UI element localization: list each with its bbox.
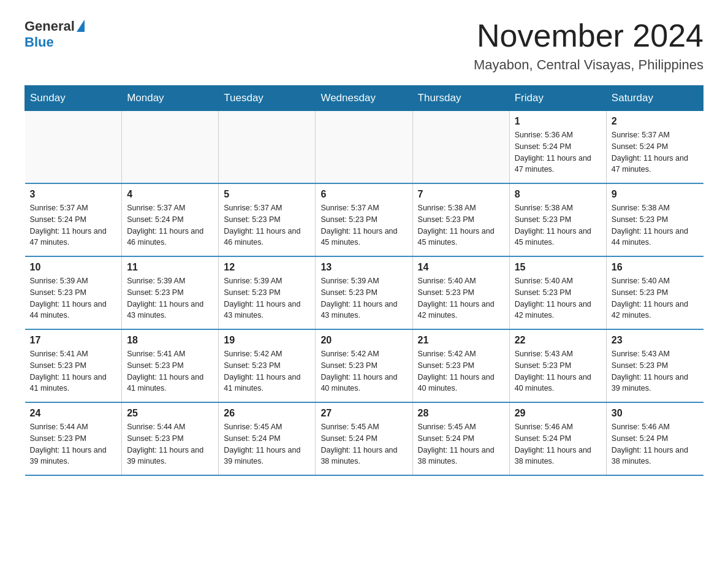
day-number: 7 xyxy=(418,189,504,200)
month-title: November 2024 xyxy=(474,18,703,53)
calendar-cell: 28Sunrise: 5:45 AMSunset: 5:24 PMDayligh… xyxy=(412,402,509,475)
day-info: Sunrise: 5:44 AMSunset: 5:23 PMDaylight:… xyxy=(30,421,117,467)
calendar-cell: 27Sunrise: 5:45 AMSunset: 5:24 PMDayligh… xyxy=(316,402,412,475)
day-info: Sunrise: 5:38 AMSunset: 5:23 PMDaylight:… xyxy=(418,202,504,248)
day-info: Sunrise: 5:37 AMSunset: 5:24 PMDaylight:… xyxy=(127,202,213,248)
calendar-week-row: 1Sunrise: 5:36 AMSunset: 5:24 PMDaylight… xyxy=(25,111,703,184)
day-info: Sunrise: 5:37 AMSunset: 5:24 PMDaylight:… xyxy=(30,202,117,248)
day-info: Sunrise: 5:45 AMSunset: 5:24 PMDaylight:… xyxy=(320,421,407,467)
day-number: 8 xyxy=(515,189,601,200)
day-info: Sunrise: 5:42 AMSunset: 5:23 PMDaylight:… xyxy=(224,348,310,394)
day-number: 21 xyxy=(418,335,504,346)
calendar-cell: 20Sunrise: 5:42 AMSunset: 5:23 PMDayligh… xyxy=(316,329,412,402)
logo-general-text: General xyxy=(25,18,75,34)
day-info: Sunrise: 5:46 AMSunset: 5:24 PMDaylight:… xyxy=(515,421,601,467)
day-info: Sunrise: 5:45 AMSunset: 5:24 PMDaylight:… xyxy=(224,421,310,467)
day-info: Sunrise: 5:36 AMSunset: 5:24 PMDaylight:… xyxy=(515,129,601,175)
calendar-cell: 2Sunrise: 5:37 AMSunset: 5:24 PMDaylight… xyxy=(606,111,703,184)
calendar-cell: 24Sunrise: 5:44 AMSunset: 5:23 PMDayligh… xyxy=(25,402,122,475)
day-info: Sunrise: 5:38 AMSunset: 5:23 PMDaylight:… xyxy=(515,202,601,248)
weekday-header-row: SundayMondayTuesdayWednesdayThursdayFrid… xyxy=(25,86,703,111)
day-number: 1 xyxy=(515,116,601,127)
calendar-cell: 5Sunrise: 5:37 AMSunset: 5:23 PMDaylight… xyxy=(219,183,316,256)
day-number: 3 xyxy=(30,189,117,200)
day-info: Sunrise: 5:39 AMSunset: 5:23 PMDaylight:… xyxy=(127,275,213,321)
calendar-cell: 15Sunrise: 5:40 AMSunset: 5:23 PMDayligh… xyxy=(509,256,606,329)
calendar-cell: 19Sunrise: 5:42 AMSunset: 5:23 PMDayligh… xyxy=(219,329,316,402)
logo-triangle-icon xyxy=(77,20,85,32)
location-title: Mayabon, Central Visayas, Philippines xyxy=(474,57,703,73)
weekday-header: Sunday xyxy=(25,86,122,111)
day-info: Sunrise: 5:40 AMSunset: 5:23 PMDaylight:… xyxy=(515,275,601,321)
calendar-week-row: 24Sunrise: 5:44 AMSunset: 5:23 PMDayligh… xyxy=(25,402,703,475)
calendar-cell xyxy=(412,111,509,184)
day-info: Sunrise: 5:38 AMSunset: 5:23 PMDaylight:… xyxy=(612,202,699,248)
day-info: Sunrise: 5:40 AMSunset: 5:23 PMDaylight:… xyxy=(612,275,699,321)
weekday-header: Saturday xyxy=(606,86,703,111)
day-number: 24 xyxy=(30,408,117,419)
calendar-cell: 4Sunrise: 5:37 AMSunset: 5:24 PMDaylight… xyxy=(122,183,219,256)
day-number: 28 xyxy=(418,408,504,419)
day-number: 12 xyxy=(224,262,310,273)
day-number: 16 xyxy=(612,262,699,273)
weekday-header: Thursday xyxy=(412,86,509,111)
weekday-header: Wednesday xyxy=(316,86,412,111)
day-info: Sunrise: 5:43 AMSunset: 5:23 PMDaylight:… xyxy=(612,348,699,394)
day-info: Sunrise: 5:46 AMSunset: 5:24 PMDaylight:… xyxy=(612,421,699,467)
day-number: 6 xyxy=(320,189,407,200)
calendar-cell: 9Sunrise: 5:38 AMSunset: 5:23 PMDaylight… xyxy=(606,183,703,256)
day-number: 14 xyxy=(418,262,504,273)
calendar-cell: 11Sunrise: 5:39 AMSunset: 5:23 PMDayligh… xyxy=(122,256,219,329)
day-info: Sunrise: 5:39 AMSunset: 5:23 PMDaylight:… xyxy=(224,275,310,321)
day-number: 2 xyxy=(612,116,699,127)
calendar-cell: 26Sunrise: 5:45 AMSunset: 5:24 PMDayligh… xyxy=(219,402,316,475)
day-info: Sunrise: 5:39 AMSunset: 5:23 PMDaylight:… xyxy=(320,275,407,321)
calendar-header: SundayMondayTuesdayWednesdayThursdayFrid… xyxy=(25,86,703,111)
calendar-cell: 29Sunrise: 5:46 AMSunset: 5:24 PMDayligh… xyxy=(509,402,606,475)
calendar-cell xyxy=(122,111,219,184)
weekday-header: Monday xyxy=(122,86,219,111)
calendar-week-row: 3Sunrise: 5:37 AMSunset: 5:24 PMDaylight… xyxy=(25,183,703,256)
day-number: 25 xyxy=(127,408,213,419)
day-number: 27 xyxy=(320,408,407,419)
page-header: General Blue November 2024 Mayabon, Cent… xyxy=(25,18,703,73)
calendar-cell: 23Sunrise: 5:43 AMSunset: 5:23 PMDayligh… xyxy=(606,329,703,402)
day-number: 29 xyxy=(515,408,601,419)
day-number: 26 xyxy=(224,408,310,419)
calendar-cell: 25Sunrise: 5:44 AMSunset: 5:23 PMDayligh… xyxy=(122,402,219,475)
calendar-cell: 7Sunrise: 5:38 AMSunset: 5:23 PMDaylight… xyxy=(412,183,509,256)
day-info: Sunrise: 5:39 AMSunset: 5:23 PMDaylight:… xyxy=(30,275,117,321)
day-info: Sunrise: 5:42 AMSunset: 5:23 PMDaylight:… xyxy=(418,348,504,394)
calendar-cell: 22Sunrise: 5:43 AMSunset: 5:23 PMDayligh… xyxy=(509,329,606,402)
day-info: Sunrise: 5:45 AMSunset: 5:24 PMDaylight:… xyxy=(418,421,504,467)
calendar-cell: 8Sunrise: 5:38 AMSunset: 5:23 PMDaylight… xyxy=(509,183,606,256)
day-number: 22 xyxy=(515,335,601,346)
day-info: Sunrise: 5:43 AMSunset: 5:23 PMDaylight:… xyxy=(515,348,601,394)
calendar-body: 1Sunrise: 5:36 AMSunset: 5:24 PMDaylight… xyxy=(25,111,703,476)
day-info: Sunrise: 5:40 AMSunset: 5:23 PMDaylight:… xyxy=(418,275,504,321)
day-number: 9 xyxy=(612,189,699,200)
day-info: Sunrise: 5:41 AMSunset: 5:23 PMDaylight:… xyxy=(30,348,117,394)
day-info: Sunrise: 5:42 AMSunset: 5:23 PMDaylight:… xyxy=(320,348,407,394)
day-number: 19 xyxy=(224,335,310,346)
calendar-cell: 3Sunrise: 5:37 AMSunset: 5:24 PMDaylight… xyxy=(25,183,122,256)
calendar-week-row: 10Sunrise: 5:39 AMSunset: 5:23 PMDayligh… xyxy=(25,256,703,329)
day-number: 13 xyxy=(320,262,407,273)
day-number: 11 xyxy=(127,262,213,273)
day-info: Sunrise: 5:37 AMSunset: 5:23 PMDaylight:… xyxy=(224,202,310,248)
day-number: 30 xyxy=(612,408,699,419)
calendar-cell: 17Sunrise: 5:41 AMSunset: 5:23 PMDayligh… xyxy=(25,329,122,402)
day-info: Sunrise: 5:37 AMSunset: 5:23 PMDaylight:… xyxy=(320,202,407,248)
calendar-cell: 21Sunrise: 5:42 AMSunset: 5:23 PMDayligh… xyxy=(412,329,509,402)
day-info: Sunrise: 5:41 AMSunset: 5:23 PMDaylight:… xyxy=(127,348,213,394)
day-info: Sunrise: 5:44 AMSunset: 5:23 PMDaylight:… xyxy=(127,421,213,467)
day-info: Sunrise: 5:37 AMSunset: 5:24 PMDaylight:… xyxy=(612,129,699,175)
calendar-cell: 10Sunrise: 5:39 AMSunset: 5:23 PMDayligh… xyxy=(25,256,122,329)
day-number: 23 xyxy=(612,335,699,346)
day-number: 5 xyxy=(224,189,310,200)
calendar-cell: 16Sunrise: 5:40 AMSunset: 5:23 PMDayligh… xyxy=(606,256,703,329)
weekday-header: Tuesday xyxy=(219,86,316,111)
calendar-week-row: 17Sunrise: 5:41 AMSunset: 5:23 PMDayligh… xyxy=(25,329,703,402)
logo-blue-text: Blue xyxy=(25,34,54,50)
weekday-header: Friday xyxy=(509,86,606,111)
